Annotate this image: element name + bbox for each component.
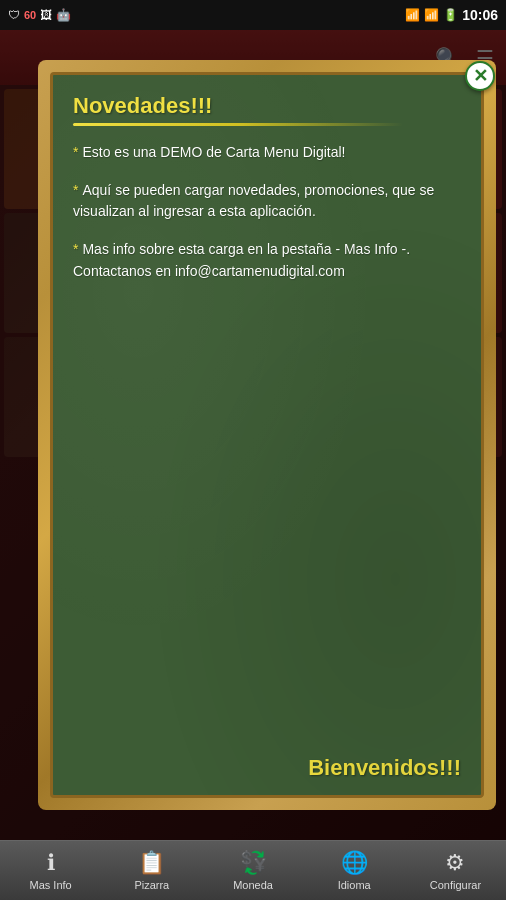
moneda-label: Moneda	[233, 879, 273, 891]
nav-item-idioma[interactable]: 🌐 Idioma	[304, 844, 405, 897]
gallery-icon: 🖼	[40, 8, 52, 22]
badge-60: 60	[24, 9, 36, 21]
nav-item-pizarra[interactable]: 📋 Pizarra	[101, 844, 202, 897]
android-icon: 🤖	[56, 8, 71, 22]
mas-info-label: Mas Info	[30, 879, 72, 891]
title-underline	[73, 123, 403, 126]
star-icon-2: *	[73, 182, 78, 198]
pizarra-icon: 📋	[138, 850, 165, 876]
status-bar: 🛡 60 🖼 🤖 📶 📶 🔋 10:06	[0, 0, 506, 30]
bullet-2: *Aquí se pueden cargar novedades, promoc…	[73, 180, 461, 223]
bullet-1: *Esto es una DEMO de Carta Menu Digital!	[73, 142, 461, 164]
mas-info-icon: ℹ	[47, 850, 55, 876]
configurar-icon: ⚙	[445, 850, 465, 876]
wifi-icon: 📶	[405, 8, 420, 22]
idioma-icon: 🌐	[341, 850, 368, 876]
status-right-icons: 📶 📶 🔋 10:06	[405, 7, 498, 23]
novedades-dialog: ✕ Novedades!!! *Esto es una DEMO de Cart…	[38, 60, 496, 810]
wood-frame: ✕ Novedades!!! *Esto es una DEMO de Cart…	[38, 60, 496, 810]
idioma-label: Idioma	[338, 879, 371, 891]
signal-icon: 📶	[424, 8, 439, 22]
moneda-icon: 💱	[240, 850, 267, 876]
close-button[interactable]: ✕	[465, 61, 495, 91]
chalkboard: ✕ Novedades!!! *Esto es una DEMO de Cart…	[50, 72, 484, 798]
battery-icon: 🔋	[443, 8, 458, 22]
status-left-icons: 🛡 60 🖼 🤖	[8, 8, 71, 22]
dialog-title: Novedades!!!	[73, 93, 461, 119]
star-icon-1: *	[73, 144, 78, 160]
close-icon: ✕	[473, 65, 488, 87]
clock: 10:06	[462, 7, 498, 23]
pizarra-label: Pizarra	[134, 879, 169, 891]
shield-icon: 🛡	[8, 8, 20, 22]
configurar-label: Configurar	[430, 879, 481, 891]
nav-item-moneda[interactable]: 💱 Moneda	[202, 844, 303, 897]
nav-item-mas-info[interactable]: ℹ Mas Info	[0, 844, 101, 897]
bottom-nav: ℹ Mas Info 📋 Pizarra 💱 Moneda 🌐 Idioma ⚙…	[0, 840, 506, 900]
welcome-text: Bienvenidos!!!	[73, 743, 461, 781]
star-icon-3: *	[73, 241, 78, 257]
nav-item-configurar[interactable]: ⚙ Configurar	[405, 844, 506, 897]
bullet-3: *Mas info sobre esta carga en la pestaña…	[73, 239, 461, 282]
